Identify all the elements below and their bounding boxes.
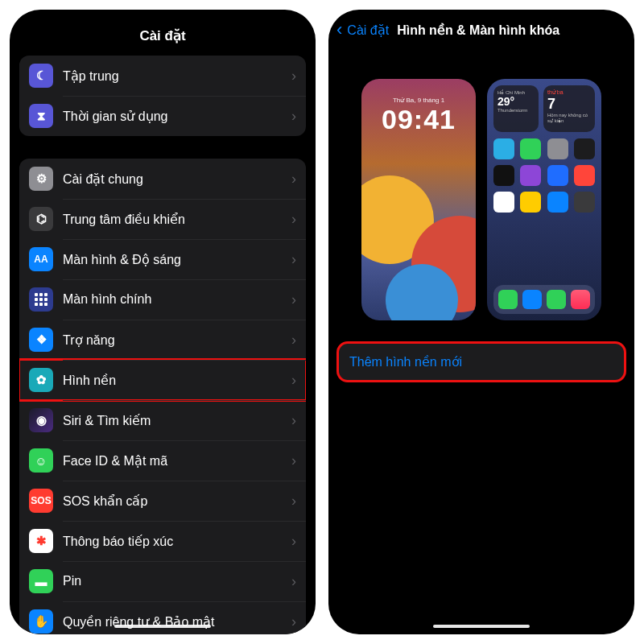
row-battery[interactable]: ▬ Pin ›	[19, 561, 306, 601]
app-icon	[574, 192, 595, 213]
row-wallpaper[interactable]: ✿ Hình nền ›	[19, 360, 306, 400]
chevron-right-icon: ›	[291, 251, 296, 268]
exposure-icon: ✱	[29, 529, 53, 553]
nav-bar: ‹ Cài đặt Hình nền & Màn hình khóa	[328, 10, 634, 47]
row-label: Pin	[63, 574, 291, 588]
row-homescreen[interactable]: Màn hình chính ›	[19, 279, 306, 320]
dock-app-music	[571, 290, 590, 309]
chevron-right-icon: ›	[291, 171, 296, 188]
app-icon	[520, 138, 541, 159]
app-icon	[547, 192, 568, 213]
hourglass-icon: ⧗	[29, 104, 53, 128]
hand-icon: ✋	[29, 609, 53, 634]
siri-icon: ◉	[29, 408, 53, 432]
row-label: Trung tâm điều khiển	[63, 212, 291, 227]
dock-app-safari	[522, 290, 542, 309]
flower-icon: ✿	[29, 368, 53, 392]
moon-icon: ☾	[29, 64, 53, 88]
battery-icon: ▬	[29, 569, 53, 593]
chevron-right-icon: ›	[291, 291, 296, 308]
row-exposure[interactable]: ✱ Thông báo tiếp xúc ›	[19, 521, 306, 561]
lockscreen-preview[interactable]: Thứ Ba, 9 tháng 1 09:41	[361, 79, 476, 320]
app-icon	[574, 138, 595, 159]
row-label: Siri & Tìm kiếm	[63, 413, 291, 428]
row-display[interactable]: AA Màn hình & Độ sáng ›	[19, 239, 306, 279]
switches-icon: ⌬	[29, 207, 53, 231]
row-label: Tập trung	[63, 68, 291, 84]
dock	[493, 285, 595, 314]
row-focus[interactable]: ☾ Tập trung ›	[19, 56, 306, 96]
row-label: Hình nền	[63, 373, 291, 388]
dock-app-messages	[547, 290, 566, 309]
row-label: Cài đặt chung	[63, 171, 291, 187]
homescreen-preview[interactable]: Hồ Chí Minh 29° Thunderstorm thứ ba 7 Hô…	[487, 79, 601, 320]
chevron-right-icon: ›	[291, 372, 296, 389]
dock-app-phone	[498, 290, 518, 309]
chevron-right-icon: ›	[291, 332, 296, 349]
app-icon	[520, 192, 541, 213]
row-screentime[interactable]: ⧗ Thời gian sử dụng ›	[19, 96, 306, 136]
row-accessibility[interactable]: ❖ Trợ năng ›	[19, 320, 306, 360]
weather-cond: Thunderstorm	[497, 108, 535, 113]
wallpaper-screen: ‹ Cài đặt Hình nền & Màn hình khóa Thứ B…	[328, 10, 634, 634]
row-label: Thời gian sử dụng	[63, 109, 291, 124]
app-icon	[520, 165, 541, 186]
row-label: Thông báo tiếp xúc	[63, 534, 291, 549]
sos-icon: SOS	[29, 489, 53, 513]
weather-widget: Hồ Chí Minh 29° Thunderstorm	[493, 85, 539, 132]
chevron-right-icon: ›	[291, 412, 296, 429]
app-icon	[547, 165, 568, 186]
app-icon	[493, 138, 514, 159]
lock-time: 09:41	[361, 104, 476, 135]
app-grid	[493, 138, 595, 213]
lock-date: Thứ Ba, 9 tháng 1	[361, 97, 476, 104]
add-wallpaper-button[interactable]: Thêm hình nền mới	[338, 343, 625, 381]
settings-group-1: ☾ Tập trung › ⧗ Thời gian sử dụng ›	[19, 56, 306, 136]
row-label: Màn hình & Độ sáng	[63, 252, 291, 267]
row-label: Quyền riêng tư & Bảo mật	[63, 614, 291, 630]
app-icon	[574, 165, 595, 186]
chevron-right-icon: ›	[291, 533, 296, 550]
aa-icon: AA	[29, 247, 53, 271]
row-siri[interactable]: ◉ Siri & Tìm kiếm ›	[19, 400, 306, 440]
page-title: Cài đặt	[10, 10, 316, 56]
weather-temp: 29°	[497, 95, 535, 108]
row-label: Face ID & Mật mã	[63, 453, 291, 469]
chevron-right-icon: ›	[291, 108, 296, 125]
chevron-right-icon: ›	[291, 493, 296, 510]
settings-scroll[interactable]: ☾ Tập trung › ⧗ Thời gian sử dụng › ⚙ Cà…	[10, 56, 316, 634]
settings-group-2: ⚙ Cài đặt chung › ⌬ Trung tâm điều khiển…	[19, 159, 306, 634]
back-button[interactable]: Cài đặt	[347, 23, 389, 38]
row-privacy[interactable]: ✋ Quyền riêng tư & Bảo mật ›	[19, 601, 306, 634]
page-title: Hình nền & Màn hình khóa	[397, 23, 559, 38]
weather-city: Hồ Chí Minh	[497, 89, 535, 95]
row-control-center[interactable]: ⌬ Trung tâm điều khiển ›	[19, 199, 306, 239]
row-faceid[interactable]: ☺ Face ID & Mật mã ›	[19, 440, 306, 481]
app-icon	[493, 165, 514, 186]
settings-screen: Cài đặt ☾ Tập trung › ⧗ Thời gian sử dụn…	[10, 10, 316, 634]
calendar-day-num: 7	[547, 96, 591, 113]
wallpaper-previews: Thứ Ba, 9 tháng 1 09:41 Hồ Chí Minh 29° …	[338, 47, 625, 343]
app-icon	[493, 192, 514, 213]
chevron-right-icon: ›	[291, 613, 296, 630]
row-general[interactable]: ⚙ Cài đặt chung ›	[19, 159, 306, 199]
gear-icon: ⚙	[29, 167, 53, 191]
wallpaper-scroll[interactable]: Thứ Ba, 9 tháng 1 09:41 Hồ Chí Minh 29° …	[328, 47, 634, 634]
chevron-right-icon: ›	[291, 68, 296, 85]
accessibility-icon: ❖	[29, 328, 53, 352]
app-icon	[547, 138, 568, 159]
add-wallpaper-label: Thêm hình nền mới	[349, 355, 462, 369]
chevron-right-icon: ›	[291, 573, 296, 590]
chevron-left-icon[interactable]: ‹	[336, 21, 342, 39]
row-label: Màn hình chính	[63, 292, 291, 307]
faceid-icon: ☺	[29, 448, 53, 473]
row-label: SOS khẩn cấp	[63, 493, 291, 509]
calendar-day-label: thứ ba	[547, 89, 591, 96]
chevron-right-icon: ›	[291, 211, 296, 228]
chevron-right-icon: ›	[291, 452, 296, 469]
row-sos[interactable]: SOS SOS khẩn cấp ›	[19, 481, 306, 521]
calendar-widget: thứ ba 7 Hôm nay không có sự kiện	[543, 85, 595, 132]
calendar-note: Hôm nay không có sự kiện	[547, 113, 591, 123]
grid-icon	[29, 287, 53, 312]
row-label: Trợ năng	[63, 332, 291, 348]
